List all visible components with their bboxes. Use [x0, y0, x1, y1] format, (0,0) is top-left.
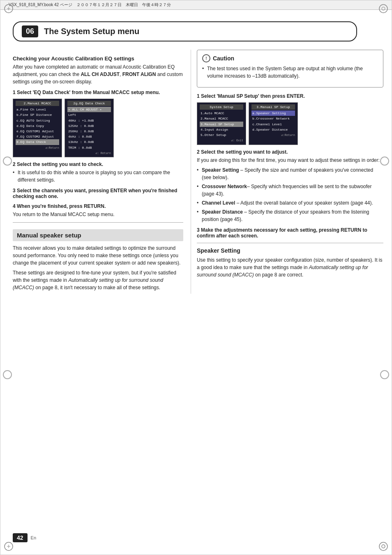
eq-screen-left-title: 2.Manual MCACC: [16, 101, 59, 106]
caution-bullet1: The test tones used in the System Setup …: [202, 65, 378, 80]
eq-step3-heading: 3 Select the channels you want, pressing…: [13, 188, 183, 199]
eq-screen-item-4: d.EQ Data Copy: [16, 123, 59, 129]
sp-left-item-3: 3.Manual SP Setup: [200, 122, 243, 127]
caution-title-row: ! Caution: [202, 54, 378, 62]
eq-row-4: 4kHz : 0.0dB: [67, 134, 111, 139]
eq-row-5: 13kHz : 0.0dB: [67, 139, 111, 145]
manual-sp-screen-right: 3.Manual SP Setup a.Speaker Setting b.Cr…: [249, 102, 298, 145]
bullet-speaker-distance: Speaker Distance – Specify the distance …: [197, 208, 383, 223]
eq-step2-heading: 2 Select the setting you want to check.: [13, 161, 183, 167]
eq-screen-right-title: 2g.EQ Data Check: [67, 101, 111, 106]
eq-step2-bullet1: It is useful to do this while a source i…: [13, 169, 183, 184]
caution-title-text: Caution: [213, 55, 234, 62]
bullet-crossover-network: Crossover Network– Specify which frequen…: [197, 183, 383, 198]
eq-screen-item-2: b.Fine SP Distance: [16, 112, 59, 117]
svg-point-9: [382, 545, 385, 548]
sp-right-item-4: d.Speaker Distance: [251, 127, 295, 132]
sp-right-item-1: a.Speaker Setting: [251, 111, 295, 116]
page-number-area: 42 En: [13, 533, 36, 542]
manual-speaker-heading: Manual speaker setup: [13, 229, 183, 241]
caution-box: ! Caution The test tones used in the Sys…: [197, 50, 383, 88]
eq-screen-container: 2.Manual MCACC a.Fine Ch Level b.Fine SP…: [13, 99, 183, 157]
eq-screen-item-7: 8.EQ Data Check: [16, 139, 59, 145]
eq-step4-heading: 4 When you're finished, press RETURN.: [13, 203, 183, 209]
main-content: Checking your Acoustic Calibration EQ se…: [0, 50, 392, 294]
corner-decoration-tl: [4, 4, 14, 14]
sp-left-item-5: 5.Other Setup: [200, 132, 243, 138]
eq-section-heading: Checking your Acoustic Calibration EQ se…: [13, 55, 183, 62]
eq-step4-body: You return to the Manual MCACC setup men…: [13, 211, 183, 218]
eq-body-p1: After you have completed an automatic or…: [13, 63, 183, 85]
svg-point-4: [382, 7, 385, 10]
eq-step1-heading: 1 Select 'EQ Data Check' from the Manual…: [13, 90, 183, 95]
side-mark-right-top: [380, 157, 389, 166]
right-step2-heading: 2 Select the setting you want to adjust.: [197, 149, 383, 155]
page-number: 42: [13, 533, 28, 542]
eq-row-3: 250Hz : 0.0dB: [67, 129, 111, 134]
top-strip-text: VSX_918_818_MY.book 42 ページ ２００７年１２月２７日 木…: [9, 2, 171, 8]
eq-row-6: TRIM : 0.0dB: [67, 145, 111, 150]
sp-left-item-2: 2.Manual MCACC: [200, 116, 243, 121]
sp-left-item-4: 4.Input Assign: [200, 127, 243, 132]
manual-sp-screen-container: System Setup 1.Auto MCACC 2.Manual MCACC…: [197, 102, 383, 145]
side-mark-left-top: [3, 157, 12, 166]
corner-decoration-bl: [4, 541, 14, 551]
svg-point-3: [379, 5, 387, 13]
manual-sp-screen-left: System Setup 1.Auto MCACC 2.Manual MCACC…: [197, 102, 246, 145]
bullet-speaker-setting: Speaker Setting – Specify the size and n…: [197, 166, 383, 181]
manual-sp-left-title: System Setup: [200, 104, 243, 110]
svg-point-8: [379, 542, 387, 550]
chapter-number: 06: [22, 25, 38, 37]
eq-screen-right: 2g.EQ Data Check • ALL CH ADJUST • Left …: [65, 99, 114, 157]
right-divider: [197, 243, 383, 243]
caution-bullets: The test tones used in the System Setup …: [202, 65, 378, 80]
top-strip: VSX_918_818_MY.book 42 ページ ２００７年１２月２７日 木…: [0, 0, 392, 10]
eq-screen-item-5: e.EQ CUSTOM1 Adjust: [16, 129, 59, 134]
sp-left-footer: ↺: Exit: [200, 139, 243, 143]
speaker-setting-heading: Speaker Setting: [197, 247, 383, 254]
corner-decoration-br: [378, 541, 388, 551]
caution-icon: !: [202, 54, 210, 62]
eq-screen-item-1: a.Fine Ch Level: [16, 107, 59, 112]
right-step1-heading: 1 Select 'Manual SP Setup' then press EN…: [197, 93, 383, 99]
side-mark-right-bottom: [380, 370, 389, 379]
eq-screen-right-footer: ↺: Return: [67, 152, 111, 156]
eq-row-1: 40Hz : +1.0dB: [67, 118, 111, 123]
eq-screen-right-sub: Left: [67, 112, 111, 117]
right-column: ! Caution The test tones used in the Sys…: [191, 50, 383, 294]
side-mark-left-bottom: [3, 370, 12, 379]
sp-right-item-2: b.Crossover Network: [251, 116, 295, 121]
manual-body1: This receiver allows you to make detaile…: [13, 244, 183, 267]
speaker-setting-body: Use this setting to specify your speaker…: [197, 256, 383, 279]
page: VSX_918_818_MY.book 42 ページ ２００７年１２月２７日 木…: [0, 0, 392, 555]
sp-left-item-1: 1.Auto MCACC: [200, 111, 243, 116]
manual-body2: These settings are designed to fine-tune…: [13, 269, 183, 291]
page-lang: En: [31, 535, 36, 540]
sp-right-item-3: c.Channel Level: [251, 122, 295, 127]
manual-sp-right-title: 3.Manual SP Setup: [251, 104, 295, 110]
right-step3-heading: 3 Make the adjustments necessary for eac…: [197, 227, 383, 239]
eq-screen-item-6: f.EQ CUSTOM2 Adjust: [16, 134, 59, 139]
chapter-title: The System Setup menu: [44, 27, 139, 36]
chapter-header: 06 The System Setup menu: [13, 21, 357, 41]
divider: [13, 222, 183, 223]
eq-step2-bullets: It is useful to do this while a source i…: [13, 169, 183, 184]
eq-screen-right-highlighted: • ALL CH ADJUST •: [67, 107, 111, 112]
corner-decoration-tr: [378, 4, 388, 14]
eq-screen-item-3: c.EQ AUTO Setting: [16, 118, 59, 123]
sp-right-footer: ↺:Return: [251, 134, 295, 138]
right-step2-body: If you are doing this for the first time…: [197, 157, 383, 164]
eq-screen-left-footer: ↺:Return: [16, 146, 59, 150]
bullet-channel-level: Channel Level – Adjust the overall balan…: [197, 199, 383, 207]
left-column: Checking your Acoustic Calibration EQ se…: [13, 50, 191, 294]
adjust-bullets: Speaker Setting – Specify the size and n…: [197, 166, 383, 223]
eq-screen-left: 2.Manual MCACC a.Fine Ch Level b.Fine SP…: [13, 99, 62, 157]
eq-row-2: 125Hz : 0.0dB: [67, 123, 111, 129]
